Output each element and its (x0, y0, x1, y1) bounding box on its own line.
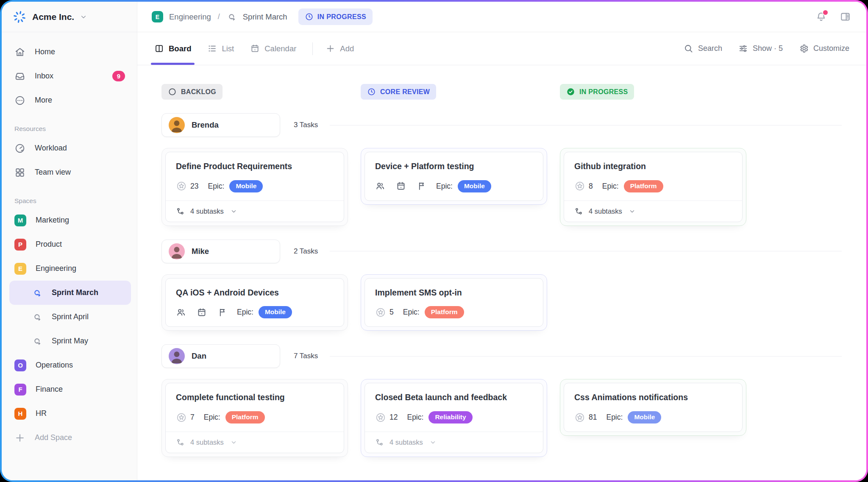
panel-toggle-icon[interactable] (840, 11, 851, 22)
plus-icon (326, 44, 335, 53)
notification-dot (822, 9, 829, 16)
calendar-icon (250, 44, 260, 53)
tab-label: Calendar (264, 44, 296, 53)
add-view-label: Add (340, 44, 354, 53)
board-view-icon (154, 44, 164, 53)
list-view-icon (207, 44, 217, 53)
tab-list[interactable]: List (207, 32, 234, 65)
tab-label: List (222, 44, 234, 53)
notifications-bell-icon[interactable] (815, 11, 827, 22)
tab-label: Board (169, 44, 191, 53)
tab-calendar[interactable]: Calendar (250, 32, 296, 65)
add-view-button[interactable]: Add (326, 32, 354, 65)
tab-board[interactable]: Board (154, 32, 191, 65)
